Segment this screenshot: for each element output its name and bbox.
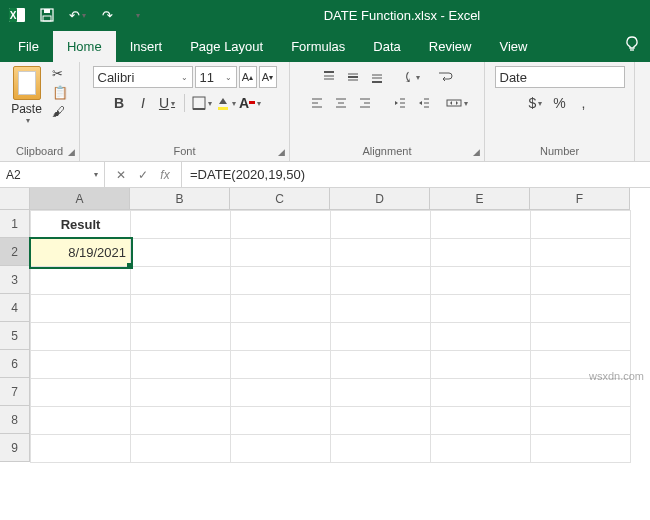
row-header-1[interactable]: 1 bbox=[0, 210, 30, 238]
cell-D7[interactable] bbox=[331, 379, 431, 407]
cell-D3[interactable] bbox=[331, 267, 431, 295]
number-format-combo[interactable]: Date bbox=[495, 66, 625, 88]
cell-A1[interactable]: Result bbox=[31, 211, 131, 239]
cell-D2[interactable] bbox=[331, 239, 431, 267]
percent-button[interactable]: % bbox=[549, 92, 571, 114]
format-painter-button[interactable]: 🖌 bbox=[52, 104, 68, 119]
tab-page-layout[interactable]: Page Layout bbox=[176, 31, 277, 62]
cell-B7[interactable] bbox=[131, 379, 231, 407]
cell-E9[interactable] bbox=[431, 435, 531, 463]
tab-review[interactable]: Review bbox=[415, 31, 486, 62]
row-header-7[interactable]: 7 bbox=[0, 378, 30, 406]
font-size-combo[interactable]: 11⌄ bbox=[195, 66, 237, 88]
cell-D9[interactable] bbox=[331, 435, 431, 463]
tab-data[interactable]: Data bbox=[359, 31, 414, 62]
cell-A4[interactable] bbox=[31, 295, 131, 323]
align-center-button[interactable] bbox=[330, 92, 352, 114]
cell-E8[interactable] bbox=[431, 407, 531, 435]
enter-formula-button[interactable]: ✓ bbox=[133, 168, 153, 182]
cell-E2[interactable] bbox=[431, 239, 531, 267]
cell-C8[interactable] bbox=[231, 407, 331, 435]
paste-button[interactable]: Paste ▾ bbox=[11, 66, 42, 125]
fill-color-button[interactable]: ▾ bbox=[215, 92, 237, 114]
redo-button[interactable]: ↷ bbox=[94, 2, 120, 28]
cell-C2[interactable] bbox=[231, 239, 331, 267]
align-left-button[interactable] bbox=[306, 92, 328, 114]
row-header-6[interactable]: 6 bbox=[0, 350, 30, 378]
bold-button[interactable]: B bbox=[108, 92, 130, 114]
cell-C6[interactable] bbox=[231, 351, 331, 379]
save-button[interactable] bbox=[34, 2, 60, 28]
comma-button[interactable]: , bbox=[573, 92, 595, 114]
dialog-launcher-icon[interactable]: ◢ bbox=[473, 147, 480, 157]
cell-B5[interactable] bbox=[131, 323, 231, 351]
qat-customize[interactable]: ▾ bbox=[124, 2, 150, 28]
cell-B9[interactable] bbox=[131, 435, 231, 463]
col-header-E[interactable]: E bbox=[430, 188, 530, 210]
cell-E4[interactable] bbox=[431, 295, 531, 323]
undo-button[interactable]: ↶▾ bbox=[64, 2, 90, 28]
cell-E1[interactable] bbox=[431, 211, 531, 239]
col-header-F[interactable]: F bbox=[530, 188, 630, 210]
cell-E3[interactable] bbox=[431, 267, 531, 295]
cell-D4[interactable] bbox=[331, 295, 431, 323]
select-all-corner[interactable] bbox=[0, 188, 30, 210]
row-header-9[interactable]: 9 bbox=[0, 434, 30, 462]
cell-F7[interactable] bbox=[531, 379, 631, 407]
align-top-button[interactable] bbox=[318, 66, 340, 88]
wrap-text-button[interactable] bbox=[434, 66, 456, 88]
tab-file[interactable]: File bbox=[4, 31, 53, 62]
col-header-D[interactable]: D bbox=[330, 188, 430, 210]
cell-D5[interactable] bbox=[331, 323, 431, 351]
border-button[interactable]: ▾ bbox=[191, 92, 213, 114]
cell-B2[interactable] bbox=[131, 239, 231, 267]
row-header-8[interactable]: 8 bbox=[0, 406, 30, 434]
cancel-formula-button[interactable]: ✕ bbox=[111, 168, 131, 182]
cell-F3[interactable] bbox=[531, 267, 631, 295]
cell-B8[interactable] bbox=[131, 407, 231, 435]
cell-C9[interactable] bbox=[231, 435, 331, 463]
cell-grid[interactable]: Result8/19/2021 bbox=[30, 210, 631, 463]
cell-C3[interactable] bbox=[231, 267, 331, 295]
tab-formulas[interactable]: Formulas bbox=[277, 31, 359, 62]
cell-C1[interactable] bbox=[231, 211, 331, 239]
tab-home[interactable]: Home bbox=[53, 31, 116, 62]
increase-indent-button[interactable] bbox=[412, 92, 434, 114]
row-header-3[interactable]: 3 bbox=[0, 266, 30, 294]
tab-view[interactable]: View bbox=[485, 31, 541, 62]
cell-F8[interactable] bbox=[531, 407, 631, 435]
cell-D1[interactable] bbox=[331, 211, 431, 239]
accounting-button[interactable]: $▾ bbox=[525, 92, 547, 114]
cell-F4[interactable] bbox=[531, 295, 631, 323]
cell-F2[interactable] bbox=[531, 239, 631, 267]
cell-D6[interactable] bbox=[331, 351, 431, 379]
fx-button[interactable]: fx bbox=[155, 168, 175, 182]
cut-button[interactable]: ✂ bbox=[52, 66, 68, 81]
merge-center-button[interactable]: ▾ bbox=[446, 92, 468, 114]
cell-E7[interactable] bbox=[431, 379, 531, 407]
cell-A2[interactable]: 8/19/2021 bbox=[31, 239, 131, 267]
underline-button[interactable]: U▾ bbox=[156, 92, 178, 114]
decrease-font-button[interactable]: A▾ bbox=[259, 66, 277, 88]
font-name-combo[interactable]: Calibri⌄ bbox=[93, 66, 193, 88]
dialog-launcher-icon[interactable]: ◢ bbox=[278, 147, 285, 157]
cell-A9[interactable] bbox=[31, 435, 131, 463]
tell-me-icon[interactable] bbox=[624, 36, 642, 54]
copy-button[interactable]: 📋 bbox=[52, 85, 68, 100]
col-header-A[interactable]: A bbox=[30, 188, 130, 210]
increase-font-button[interactable]: A▴ bbox=[239, 66, 257, 88]
formula-input[interactable]: =DATE(2020,19,50) bbox=[182, 162, 650, 187]
cell-F9[interactable] bbox=[531, 435, 631, 463]
cell-A8[interactable] bbox=[31, 407, 131, 435]
align-right-button[interactable] bbox=[354, 92, 376, 114]
cell-F5[interactable] bbox=[531, 323, 631, 351]
cell-A6[interactable] bbox=[31, 351, 131, 379]
row-header-2[interactable]: 2 bbox=[0, 238, 30, 266]
cell-B1[interactable] bbox=[131, 211, 231, 239]
col-header-B[interactable]: B bbox=[130, 188, 230, 210]
cell-E6[interactable] bbox=[431, 351, 531, 379]
cell-F1[interactable] bbox=[531, 211, 631, 239]
cell-B4[interactable] bbox=[131, 295, 231, 323]
orientation-button[interactable]: ⤹▾ bbox=[400, 66, 422, 88]
cell-B3[interactable] bbox=[131, 267, 231, 295]
